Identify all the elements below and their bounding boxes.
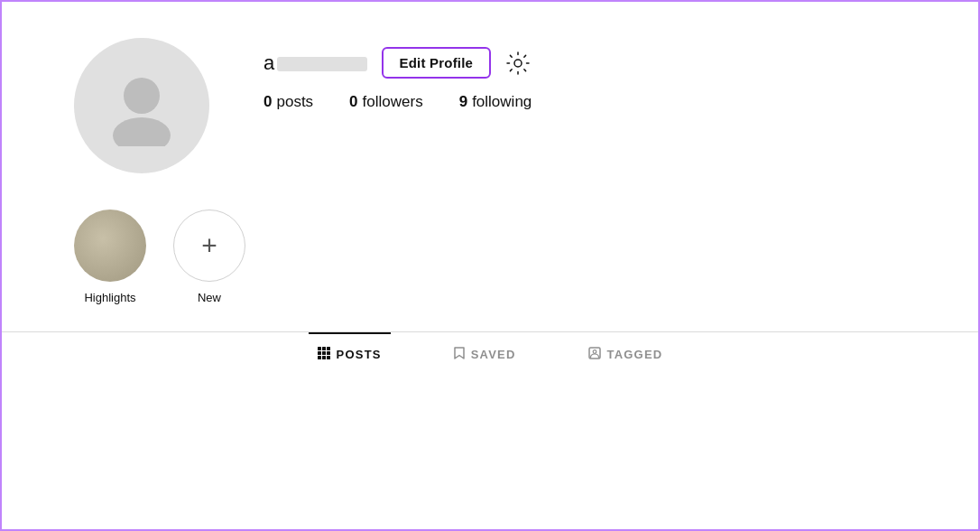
tagged-tab-label: TAGGED <box>607 348 663 361</box>
avatar-silhouette <box>101 65 182 146</box>
highlights-section: Highlights + New <box>2 200 978 322</box>
svg-rect-4 <box>327 347 330 350</box>
saved-tab-icon <box>454 347 465 362</box>
tab-tagged[interactable]: TAGGED <box>579 332 672 375</box>
svg-point-0 <box>124 78 160 114</box>
tab-posts[interactable]: POSTS <box>309 332 391 375</box>
avatar <box>74 38 209 173</box>
edit-profile-button[interactable]: Edit Profile <box>382 47 492 79</box>
username-prefix: a <box>263 51 275 74</box>
stats-row: 0 posts 0 followers 9 following <box>263 93 532 111</box>
svg-rect-3 <box>322 347 326 350</box>
highlight-label-new: New <box>198 291 221 304</box>
posts-tab-label: POSTS <box>337 348 382 361</box>
tabs-section: POSTS SAVED TAGGED <box>2 332 978 375</box>
settings-icon[interactable] <box>505 51 531 76</box>
svg-rect-5 <box>318 351 321 355</box>
highlight-item-new[interactable]: + New <box>173 210 245 304</box>
svg-point-1 <box>113 117 171 146</box>
following-count: 9 <box>459 93 467 111</box>
saved-tab-label: SAVED <box>471 348 516 361</box>
following-stat[interactable]: 9 following <box>459 93 532 111</box>
following-label: following <box>472 93 532 111</box>
profile-section: a Edit Profile 0 posts 0 fol <box>2 2 978 200</box>
username-redacted <box>277 57 367 71</box>
profile-top-row: a Edit Profile <box>263 47 532 79</box>
posts-stat[interactable]: 0 posts <box>263 93 313 111</box>
followers-label: followers <box>363 93 423 111</box>
svg-rect-10 <box>327 356 330 359</box>
highlight-circle-highlights <box>74 210 146 282</box>
highlight-image <box>74 210 146 282</box>
tab-saved[interactable]: SAVED <box>445 332 525 375</box>
page-wrapper: a Edit Profile 0 posts 0 fol <box>2 2 978 529</box>
svg-rect-9 <box>322 356 326 359</box>
svg-rect-2 <box>318 347 321 350</box>
username: a <box>263 51 367 75</box>
tagged-tab-icon <box>588 347 601 362</box>
posts-tab-icon <box>318 347 330 362</box>
followers-stat[interactable]: 0 followers <box>349 93 423 111</box>
new-highlight-circle[interactable]: + <box>173 210 245 282</box>
svg-rect-8 <box>318 356 321 359</box>
profile-info: a Edit Profile 0 posts 0 fol <box>263 38 532 111</box>
highlight-label-highlights: Highlights <box>84 291 135 304</box>
posts-count: 0 <box>263 93 272 111</box>
plus-icon: + <box>201 232 217 259</box>
posts-label: posts <box>276 93 313 111</box>
svg-point-12 <box>593 350 596 354</box>
highlight-item-highlights[interactable]: Highlights <box>74 210 146 304</box>
svg-rect-6 <box>322 351 326 355</box>
followers-count: 0 <box>349 93 357 111</box>
avatar-container <box>74 38 209 173</box>
svg-rect-7 <box>327 351 330 355</box>
